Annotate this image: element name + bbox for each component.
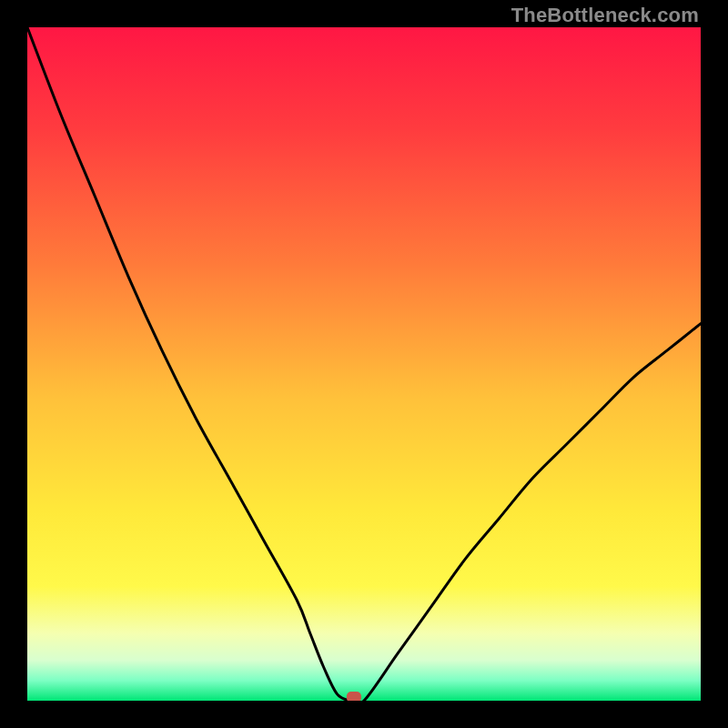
watermark-text: TheBottleneck.com (511, 4, 699, 27)
chart-frame (0, 0, 728, 728)
